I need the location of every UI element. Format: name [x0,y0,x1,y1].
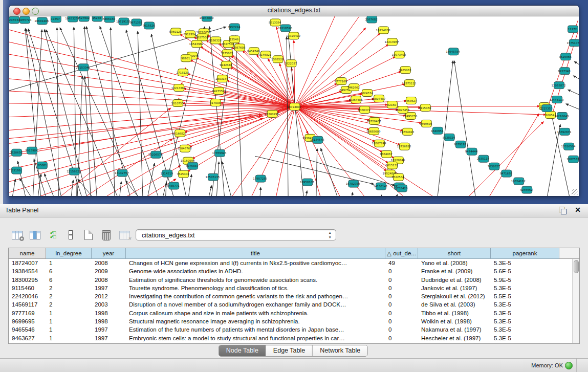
graph-node[interactable]: 1840954 [431,127,444,134]
graph-node[interactable]: 2620650 [10,149,23,156]
graph-node[interactable]: 11172 [568,26,578,33]
graph-node[interactable]: 13325419 [286,32,300,39]
tab-network-table[interactable]: Network Table [313,345,367,356]
scrollbar-thumb[interactable] [574,260,579,273]
graph-node[interactable]: 20206576 [148,151,163,158]
graph-node[interactable]: 16648784 [446,48,460,55]
graph-node[interactable]: 7625402 [177,170,189,178]
graph-node[interactable]: 2935114 [477,155,490,162]
graph-node[interactable]: 13546 [229,36,239,43]
graph-node[interactable]: 17016504 [561,143,576,150]
column-header-pagerank[interactable]: pagerank [491,248,559,259]
table-vertical-scrollbar[interactable] [572,259,579,343]
graph-node[interactable]: 10688609 [366,127,381,135]
new-table-icon[interactable] [82,228,95,242]
column-header-title[interactable]: title [126,248,385,259]
graph-node[interactable]: 8186328 [209,37,222,44]
graph-node[interactable]: 9146821 [259,51,271,58]
graph-node[interactable]: 1187533 [567,156,579,163]
graph-node[interactable]: 2718120 [176,69,189,76]
graph-node[interactable]: 2015984 [25,147,38,154]
table-row[interactable]: 911546021997Tourette syndrome. Phenomeno… [9,284,579,292]
column-header-short[interactable]: short [418,248,491,259]
graph-node[interactable]: 7386372 [358,106,370,114]
table-row[interactable]: 977716911998Corpus callosum shape and si… [9,309,579,317]
table-row[interactable]: 2242004622012Investigating the contribut… [9,292,579,300]
graph-node[interactable]: 33199 [12,167,22,174]
graph-node[interactable]: 8912954 [183,31,196,38]
graph-node[interactable]: 9671358 [130,19,143,26]
graph-node[interactable]: 12213363 [171,84,186,92]
graph-node[interactable]: 1615132 [385,162,398,169]
table-settings-icon[interactable] [10,228,24,242]
window-resize-grip[interactable] [572,189,578,195]
row-height-icon[interactable] [64,228,77,242]
graph-svg[interactable]: 9960128891295418226058162750816543962818… [9,16,579,196]
graph-node[interactable]: 18756928 [397,143,411,150]
graph-node[interactable]: 6466160 [103,16,116,23]
graph-node[interactable]: 12156823 [67,168,81,175]
close-icon[interactable]: ✕ [575,206,581,214]
table-panel-titlebar[interactable]: Table Panel ✕ [0,204,588,217]
graph-node[interactable]: 2087682 [365,16,377,23]
graph-node[interactable]: 317008 [210,99,221,106]
graph-node[interactable]: 16054 [546,111,556,118]
graph-node[interactable]: 2867608 [233,44,246,51]
graph-node[interactable]: 185081 [36,162,47,169]
graph-node[interactable]: 9777169 [335,78,347,85]
graph-node[interactable]: 9463627 [404,97,417,104]
window-titlebar[interactable]: citations_edges.txt [9,6,579,16]
graph-node[interactable]: 10654112 [511,178,526,185]
graph-node[interactable]: 9485771 [167,182,179,189]
graph-node[interactable]: 1588520 [271,56,284,63]
graph-node[interactable]: 12975115 [402,80,416,87]
memory-ok-indicator[interactable] [565,362,573,369]
graph-node[interactable]: 16154838 [376,27,390,34]
graph-node[interactable]: 3175685 [221,50,233,57]
tab-node-table[interactable]: Node Table [219,345,266,356]
graph-node[interactable]: 8427552 [212,87,224,95]
destroy-table-icon[interactable]: ✖ [118,228,131,242]
table-selector-dropdown[interactable]: citations_edges.txt ▲▼ [136,229,336,240]
show-column-icon[interactable] [28,228,41,242]
graph-node[interactable]: 14136141 [374,183,388,190]
graph-node[interactable]: 1527602 [77,16,90,21]
graph-node[interactable]: 15046768 [178,145,192,152]
graph-node[interactable]: 10719155 [116,18,130,25]
table-row[interactable]: 1456911722003Disruption of a novel membe… [9,300,579,309]
graph-node[interactable]: 9975887 [186,162,199,169]
graph-node[interactable]: 9245652 [520,186,533,193]
column-header-out-de-[interactable]: △ out_de... [385,248,418,259]
network-view-window[interactable]: citations_edges.txt 99601288912954182260… [9,5,579,196]
graph-node[interactable]: 16210643 [555,112,569,119]
graph-node[interactable]: 9699695 [420,120,432,127]
graph-node[interactable]: 1810755 [171,100,183,107]
graph-node[interactable]: 8813054 [269,19,281,26]
column-header-in-degree[interactable]: in_degree [46,248,92,259]
column-header-year[interactable]: year [92,248,126,259]
graph-node[interactable]: 7615526 [143,22,156,29]
graph-node[interactable]: 12444113 [550,96,564,103]
graph-node[interactable]: 9529966 [559,53,572,60]
graph-node[interactable]: 62160 [387,101,397,108]
graph-node[interactable]: 7632621 [488,163,500,170]
graph-node[interactable]: 9242848 [220,61,232,69]
graph-node[interactable]: 9884067 [380,150,393,158]
graph-node[interactable]: 9960128 [169,28,182,35]
graph-node[interactable]: 17957255 [253,175,267,182]
graph-node[interactable]: 19654923 [400,128,414,135]
table-row[interactable]: 1830029562008Estimation of significance … [9,276,579,284]
graph-node[interactable]: 12213967 [385,38,399,46]
graph-node[interactable]: 98901 [181,55,191,62]
table-row[interactable]: 969969511998Structural magnetic resonanc… [9,317,579,325]
graph-node[interactable]: 1627508 [195,34,208,41]
table-row[interactable]: 1938455462009Genome-wide association stu… [9,267,579,275]
graph-node[interactable]: 15751074 [567,39,579,47]
network-canvas[interactable]: 9960128891295418226058162750816543962818… [9,16,579,196]
graph-node[interactable]: 8215353 [540,105,553,112]
graph-node[interactable]: 9474444 [465,148,478,155]
graph-node[interactable]: 8938924 [443,134,455,141]
graph-node[interactable]: 7957224 [228,24,241,31]
graph-node[interactable]: 2803144 [215,75,228,82]
graph-node[interactable]: 20364486 [349,96,363,103]
